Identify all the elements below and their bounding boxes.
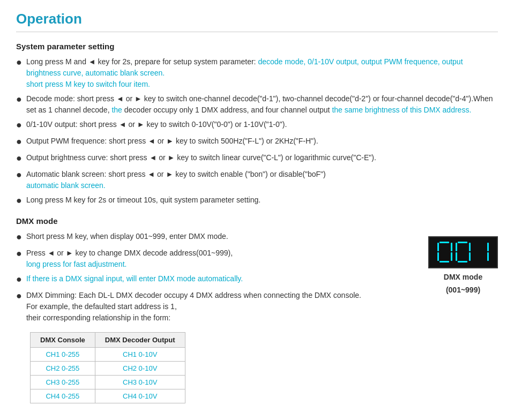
list-item: ● Press ◄ or ► key to change DMX decode … (16, 248, 412, 270)
item-text: Long press M key for 2s or timeout 10s, … (26, 194, 498, 206)
list-item: ● Long press M and ◄ key for 2s, prepare… (16, 56, 498, 90)
list-item: ● Short press M key, when display 001~99… (16, 231, 412, 244)
table-cell: CH2 0-10V (95, 362, 185, 376)
item-text: DMX Dimming: Each DL-L DMX decoder occup… (26, 290, 412, 324)
bullet-icon: ● (16, 55, 22, 70)
bullet-icon: ● (16, 134, 22, 149)
table-cell: CH4 0-255 (31, 389, 95, 403)
bullet-icon: ● (16, 92, 22, 107)
table-cell: CH2 0-255 (31, 362, 95, 376)
item-text: Output brightness curve: short press ◄ o… (26, 152, 498, 163)
bullet-icon: ● (16, 151, 22, 166)
table-row: CH3 0-255 CH3 0-10V (31, 376, 185, 389)
bullet-icon: ● (16, 118, 22, 132)
list-item: ● Decode mode: short press ◄ or ► key to… (16, 93, 498, 116)
table-row: CH4 0-255 CH4 0-10V (31, 389, 185, 403)
table-cell: CH1 0-255 (31, 348, 95, 362)
bullet-icon: ● (16, 168, 22, 182)
table-cell: CH3 0-10V (95, 376, 185, 389)
dmx-display-sublabel: (001~999) (446, 286, 480, 294)
item-text: Long press M and ◄ key for 2s, prepare f… (26, 56, 498, 90)
dmx-mode-content: ● Short press M key, when display 001~99… (16, 231, 498, 403)
list-item: ● 0/1-10V output: short press ◄ or ► key… (16, 119, 498, 132)
table-header-console: DMX Console (31, 333, 95, 348)
dmx-display-label: DMX mode (444, 273, 482, 281)
list-item: ● If there is a DMX signal input, will e… (16, 273, 412, 287)
dmx-left-content: ● Short press M key, when display 001~99… (16, 231, 412, 403)
system-param-title: System parameter setting (16, 42, 498, 51)
item-text: Output PWM frequence: short press ◄ or ►… (26, 136, 498, 147)
table-header-output: DMX Decoder Output (95, 333, 185, 348)
bullet-icon: ● (16, 272, 22, 287)
digit-1 (456, 242, 471, 263)
list-item: ● Long press M key for 2s or timeout 10s… (16, 194, 498, 208)
list-item: ● Automatic blank screen: short press ◄ … (16, 169, 498, 191)
dmx-mode-list: ● Short press M key, when display 001~99… (16, 231, 412, 324)
item-text: If there is a DMX signal input, will ent… (26, 273, 412, 284)
bullet-icon: ● (16, 289, 22, 303)
item-text: Short press M key, when display 001~999,… (26, 231, 412, 242)
table-row: CH2 0-255 CH2 0-10V (31, 362, 185, 376)
bullet-icon: ● (16, 193, 22, 208)
list-item: ● DMX Dimming: Each DL-L DMX decoder occ… (16, 290, 412, 324)
bullet-icon: ● (16, 230, 22, 244)
table-cell: CH1 0-10V (95, 348, 185, 362)
system-param-list: ● Long press M and ◄ key for 2s, prepare… (16, 56, 498, 208)
bullet-icon: ● (16, 246, 22, 261)
table-cell: CH3 0-255 (31, 376, 95, 389)
digit-2 (474, 242, 489, 263)
table-cell: CH4 0-10V (95, 389, 185, 403)
dmx-mode-title: DMX mode (16, 216, 498, 226)
dmx-display-panel: DMX mode (001~999) (428, 236, 498, 294)
item-text: Decode mode: short press ◄ or ► key to s… (26, 93, 498, 116)
item-text: 0/1-10V output: short press ◄ or ► key t… (26, 119, 498, 130)
table-row: CH1 0-255 CH1 0-10V (31, 348, 185, 362)
list-item: ● Output brightness curve: short press ◄… (16, 152, 498, 166)
item-text: Press ◄ or ► key to change DMX decode ad… (26, 248, 412, 270)
dmx-display (428, 236, 498, 268)
list-item: ● Output PWM frequence: short press ◄ or… (16, 136, 498, 149)
digit-0 (437, 242, 452, 263)
dmx-table: DMX Console DMX Decoder Output CH1 0-255… (30, 332, 185, 403)
item-text: Automatic blank screen: short press ◄ or… (26, 169, 498, 191)
page-title: Operation (16, 11, 498, 32)
